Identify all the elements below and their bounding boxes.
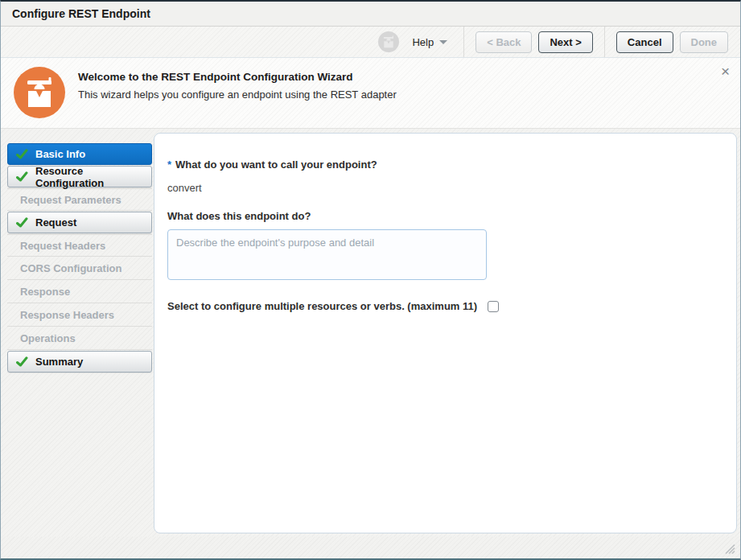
done-button: Done [680,31,729,53]
required-marker: * [167,159,171,171]
wizard-step-request-parameters: Request Parameters [7,188,152,211]
banner-subtitle: This wizard helps you configure an endpo… [78,89,708,101]
multiple-resources-label: Select to configure multiple resources o… [167,300,477,312]
wizard-step-cors-configuration: CORS Configuration [7,257,152,280]
wizard-step-request-headers: Request Headers [7,234,152,257]
wizard-step-label: Summary [35,356,83,368]
help-menu[interactable]: Help [412,36,447,48]
wizard-step-summary[interactable]: Summary [7,351,152,373]
wizard-step-list: Basic Info Resource Configuration Reques… [7,143,152,373]
wizard-step-operations: Operations [7,327,152,350]
endpoint-description-input[interactable] [167,229,487,280]
dialog-footer [1,537,740,558]
endpoint-name-value: convert [167,182,720,194]
multiple-resources-checkbox[interactable] [488,301,499,312]
wizard-body: Basic Info Resource Configuration Reques… [1,129,740,537]
resize-grip[interactable] [723,542,735,554]
back-button: < Back [475,31,532,53]
welcome-banner: Welcome to the REST Endpoint Configurati… [1,58,740,129]
configure-rest-endpoint-dialog: Configure REST Endpoint Help < Back Next… [0,0,741,560]
rest-adapter-icon-gray [378,31,399,52]
cancel-button[interactable]: Cancel [616,31,673,53]
wizard-step-label: Request Parameters [20,194,121,206]
wizard-step-label: Response Headers [20,309,114,321]
wizard-step-request[interactable]: Request [7,212,152,233]
green-check-icon [16,356,29,368]
wizard-toolbar: Help < Back Next > Cancel Done [1,27,740,58]
banner-title: Welcome to the REST Endpoint Configurati… [78,71,708,83]
wizard-step-response-headers: Response Headers [7,304,152,327]
wizard-step-label: CORS Configuration [20,262,121,274]
wizard-step-label: Request [35,216,76,229]
wizard-step-response: Response [7,281,152,303]
close-icon[interactable]: × [721,64,730,79]
green-check-icon [16,149,29,160]
dialog-titlebar: Configure REST Endpoint [1,2,740,27]
toolbar-divider [604,27,605,57]
basic-info-panel: *What do you want to call your endpoint?… [154,133,737,533]
chevron-down-icon [439,40,447,44]
help-label: Help [412,36,434,48]
endpoint-name-label: *What do you want to call your endpoint? [167,159,720,171]
dialog-title: Configure REST Endpoint [12,7,150,20]
rest-adapter-icon-orange [14,67,65,118]
wizard-step-label: Basic Info [35,148,85,160]
next-button[interactable]: Next > [538,31,592,53]
wizard-step-basic-info[interactable]: Basic Info [7,143,152,165]
endpoint-description-label: What does this endpoint do? [167,210,720,222]
wizard-step-label: Operations [20,332,76,344]
toolbar-divider [463,27,464,57]
wizard-step-label: Request Headers [20,240,105,252]
green-check-icon [16,217,29,229]
wizard-step-label: Resource Configuration [35,165,151,189]
wizard-step-resource-configuration[interactable]: Resource Configuration [7,166,152,187]
green-check-icon [16,171,29,183]
wizard-step-label: Response [20,286,70,298]
